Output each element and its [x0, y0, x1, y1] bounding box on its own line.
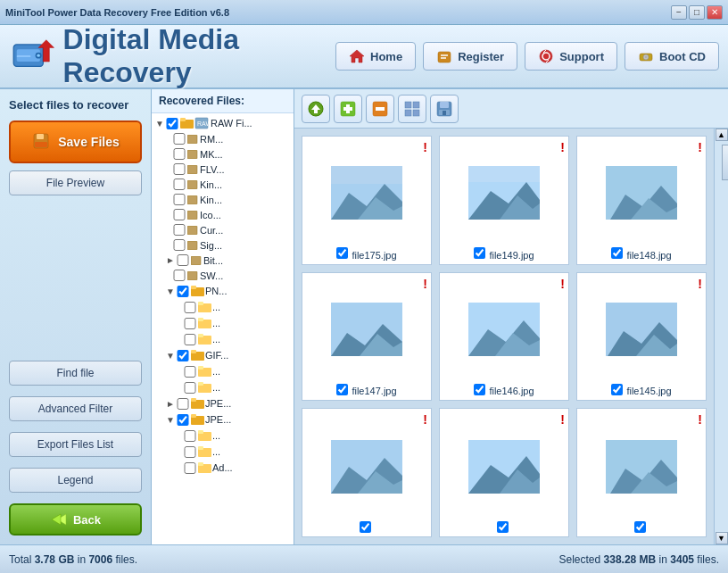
tree-checkbox[interactable] [173, 224, 186, 236]
image-cell[interactable]: ! file145.jpg [576, 272, 707, 402]
tree-item[interactable]: Cur... [152, 222, 294, 237]
image-cell[interactable]: ! file146.jpg [439, 272, 569, 402]
tree-item[interactable]: SW... [152, 268, 294, 283]
image-cell[interactable]: ! file147.jpg [302, 272, 432, 402]
tree-checkbox[interactable] [173, 148, 186, 160]
tree-checkbox[interactable] [184, 382, 196, 394]
tree-item[interactable]: Sig... [152, 237, 294, 253]
tree-item[interactable]: ... [152, 444, 294, 460]
tree-item[interactable]: Kin... [152, 177, 294, 192]
tree-checkbox[interactable] [177, 414, 189, 426]
tree-item[interactable]: Ad... [152, 460, 294, 476]
advanced-filter-button[interactable]: Advanced Filter [9, 396, 142, 421]
tree-checkbox[interactable] [173, 163, 186, 175]
error-badge: ! [698, 412, 702, 427]
tree-checkbox[interactable] [173, 194, 186, 205]
export-files-list-button[interactable]: Export Files List [9, 432, 142, 457]
image-cell[interactable]: ! file149.jpg [439, 136, 569, 265]
image-cell[interactable]: ! file148.jpg [576, 136, 707, 265]
tree-item[interactable]: RM... [152, 131, 294, 146]
tree-item[interactable]: MK... [152, 146, 294, 162]
tree-checkbox[interactable] [184, 318, 196, 329]
tree-item[interactable]: FLV... [152, 162, 294, 177]
tree-item[interactable]: ▼ JPE... [152, 411, 294, 428]
tree-item[interactable]: ... [152, 379, 294, 395]
logo-area: Digital Media Recovery [9, 23, 335, 89]
tree-item[interactable]: Ico... [152, 207, 294, 222]
save-button[interactable] [430, 95, 459, 123]
folder-icon [191, 397, 205, 410]
tree-checkbox[interactable] [173, 239, 186, 251]
scroll-up-button[interactable]: ▲ [716, 129, 728, 141]
cell-checkbox[interactable] [474, 384, 485, 395]
back-button[interactable]: Back [9, 503, 142, 536]
subfolder-icon [198, 365, 212, 378]
find-file-button[interactable]: Find file [9, 361, 142, 386]
add-button[interactable] [334, 95, 362, 123]
tree-item[interactable]: ... [152, 428, 294, 444]
file-icon [187, 271, 198, 280]
file-icon [191, 256, 202, 265]
tree-checkbox[interactable] [173, 179, 186, 190]
thumbnail-image [468, 440, 540, 494]
tree-item[interactable]: ► JPE... [152, 395, 294, 411]
cell-checkbox[interactable] [474, 247, 485, 259]
tree-checkbox[interactable] [184, 302, 196, 313]
tree-item[interactable]: ... [152, 315, 294, 331]
image-cell[interactable]: ! [302, 408, 432, 537]
tree-item[interactable]: Kin... [152, 192, 294, 207]
tree-item[interactable]: ... [152, 331, 294, 347]
legend-button[interactable]: Legend [9, 468, 142, 493]
tree-item[interactable]: ... [152, 299, 294, 315]
navigate-up-button[interactable] [302, 95, 330, 123]
cell-checkbox[interactable] [634, 521, 646, 533]
cell-checkbox[interactable] [611, 384, 623, 395]
tree-checkbox[interactable] [177, 254, 189, 266]
scroll-thumb[interactable] [722, 145, 729, 180]
tree-item[interactable]: ▼ GIF... [152, 347, 294, 363]
save-files-button[interactable]: Save Files [9, 120, 142, 163]
cell-checkbox[interactable] [336, 247, 348, 259]
content-area: ! file175.jpg [294, 89, 728, 544]
cell-checkbox[interactable] [336, 384, 348, 395]
tree-checkbox[interactable] [173, 209, 186, 220]
scroll-down-button[interactable]: ▼ [716, 532, 728, 544]
tree-checkbox[interactable] [184, 430, 196, 442]
svg-rect-43 [198, 334, 203, 337]
tree-checkbox[interactable] [173, 270, 186, 281]
tree-checkbox[interactable] [173, 133, 186, 145]
tree-checkbox[interactable] [177, 350, 189, 361]
tree-item[interactable]: ▼ RAW RAW Fi... [152, 115, 294, 131]
subfolder-icon [198, 445, 212, 458]
grid-view-button[interactable] [398, 95, 426, 123]
status-left: Total 3.78 GB in 7006 files. [9, 553, 364, 566]
tree-item[interactable]: ▼ PN... [152, 283, 294, 299]
image-cell[interactable]: ! [439, 408, 569, 537]
tree-checkbox[interactable] [177, 398, 189, 410]
cell-checkbox[interactable] [497, 521, 509, 533]
support-button[interactable]: Support [525, 42, 617, 71]
bootcd-button[interactable]: Boot CD [625, 42, 719, 71]
cell-checkbox[interactable] [360, 521, 371, 533]
register-button[interactable]: Register [423, 42, 517, 71]
tree-checkbox[interactable] [184, 462, 196, 474]
tree-item[interactable]: ► Bit... [152, 253, 294, 268]
tree-container[interactable]: ▼ RAW RAW Fi... RM... [152, 113, 294, 544]
tree-checkbox[interactable] [184, 366, 196, 378]
remove-button[interactable] [366, 95, 394, 123]
svg-marker-21 [52, 514, 61, 525]
maximize-button[interactable]: □ [689, 5, 705, 20]
tree-checkbox[interactable] [177, 286, 189, 297]
tree-checkbox[interactable] [184, 334, 196, 345]
image-cell[interactable]: ! file175.jpg [302, 136, 432, 265]
minimize-button[interactable]: − [671, 5, 687, 20]
file-preview-button[interactable]: File Preview [9, 170, 142, 195]
vertical-scrollbar[interactable]: ▲ ▼ [714, 129, 728, 544]
tree-checkbox[interactable] [184, 446, 196, 458]
tree-item[interactable]: ... [152, 363, 294, 379]
close-button[interactable]: ✕ [707, 5, 723, 20]
cell-checkbox[interactable] [611, 247, 623, 259]
tree-checkbox[interactable] [166, 118, 178, 129]
home-button[interactable]: Home [335, 42, 416, 71]
image-cell[interactable]: ! [576, 408, 707, 537]
